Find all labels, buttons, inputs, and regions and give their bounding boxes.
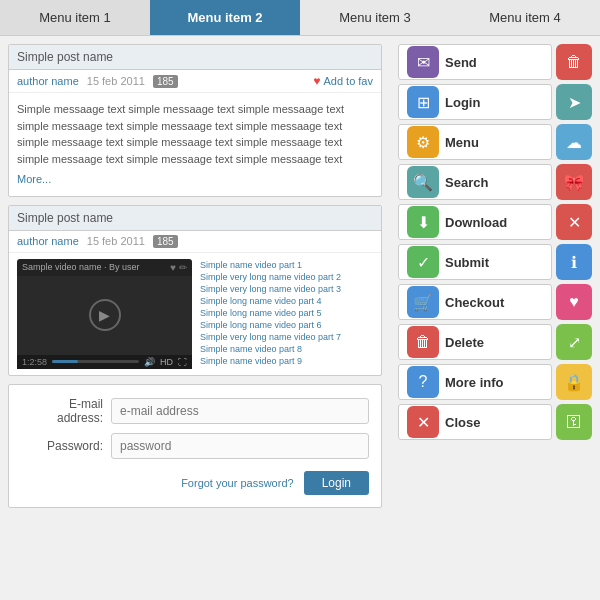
post-1-more-link[interactable]: More... xyxy=(17,171,373,188)
video-player: Sample video name · By user ♥ ✏ ▶ 1:2:58… xyxy=(17,259,192,369)
email-input[interactable] xyxy=(111,398,369,424)
more_info-icon: ? xyxy=(407,366,439,398)
post-2-author[interactable]: author name xyxy=(17,235,79,247)
nav-item-4[interactable]: Menu item 4 xyxy=(450,0,600,35)
delete-label: Delete xyxy=(445,335,484,350)
nav-item-3[interactable]: Menu item 3 xyxy=(300,0,450,35)
delete-secondary-button[interactable]: ⤢ xyxy=(556,324,592,360)
right-panel: ✉Send🗑⊞Login➤⚙Menu☁🔍Search🎀⬇Download✕✓Su… xyxy=(390,36,600,594)
action-row-close: ✕Close⚿ xyxy=(398,404,592,440)
search-main-button[interactable]: 🔍Search xyxy=(398,164,552,200)
post-card-1: Simple post name author name 15 feb 2011… xyxy=(8,44,382,197)
post-1-author[interactable]: author name xyxy=(17,75,79,87)
top-navigation: Menu item 1 Menu item 2 Menu item 3 Menu… xyxy=(0,0,600,36)
play-button[interactable]: ▶ xyxy=(89,299,121,331)
submit-main-button[interactable]: ✓Submit xyxy=(398,244,552,280)
send-main-button[interactable]: ✉Send xyxy=(398,44,552,80)
form-footer: Forgot your password? Login xyxy=(21,467,369,495)
checkout-label: Checkout xyxy=(445,295,504,310)
video-list-item[interactable]: Simple long name video part 10 xyxy=(200,367,373,369)
post-1-body: Simple messaage text simple messaage tex… xyxy=(9,93,381,196)
submit-label: Submit xyxy=(445,255,489,270)
nav-item-1[interactable]: Menu item 1 xyxy=(0,0,150,35)
heart-icon: ♥ xyxy=(313,74,320,88)
download-icon: ⬇ xyxy=(407,206,439,238)
video-screen[interactable]: ▶ xyxy=(17,276,192,355)
action-row-menu: ⚙Menu☁ xyxy=(398,124,592,160)
video-title: Sample video name · By user xyxy=(22,262,140,272)
video-list-item[interactable]: Simple very long name video part 2 xyxy=(200,271,373,283)
password-input[interactable] xyxy=(111,433,369,459)
login-label: Login xyxy=(445,95,480,110)
post-card-2: Simple post name author name 15 feb 2011… xyxy=(8,205,382,376)
forgot-password-link[interactable]: Forgot your password? xyxy=(181,477,294,489)
video-title-bar: Sample video name · By user ♥ ✏ xyxy=(17,259,192,276)
search-secondary-button[interactable]: 🎀 xyxy=(556,164,592,200)
download-main-button[interactable]: ⬇Download xyxy=(398,204,552,240)
send-label: Send xyxy=(445,55,477,70)
checkout-main-button[interactable]: 🛒Checkout xyxy=(398,284,552,320)
nav-item-2[interactable]: Menu item 2 xyxy=(150,0,300,35)
action-row-delete: 🗑Delete⤢ xyxy=(398,324,592,360)
post-2-num: 185 xyxy=(153,235,178,248)
action-row-more_info: ?More info🔒 xyxy=(398,364,592,400)
more_info-secondary-button[interactable]: 🔒 xyxy=(556,364,592,400)
search-label: Search xyxy=(445,175,488,190)
video-list-item[interactable]: Simple very long name video part 7 xyxy=(200,331,373,343)
video-time: 1:2:58 xyxy=(22,357,47,367)
login-icon: ⊞ xyxy=(407,86,439,118)
close-main-button[interactable]: ✕Close xyxy=(398,404,552,440)
menu-icon: ⚙ xyxy=(407,126,439,158)
video-controls: 1:2:58 🔊 HD ⛶ xyxy=(17,355,192,369)
download-label: Download xyxy=(445,215,507,230)
action-row-send: ✉Send🗑 xyxy=(398,44,592,80)
progress-bar[interactable] xyxy=(52,360,139,363)
email-label: E-mail address: xyxy=(21,397,111,425)
video-list-item[interactable]: Simple name video part 8 xyxy=(200,343,373,355)
password-row: Password: xyxy=(21,433,369,459)
video-icons-bar: ♥ ✏ xyxy=(170,262,187,273)
progress-fill xyxy=(52,360,78,363)
send-icon: ✉ xyxy=(407,46,439,78)
close-icon: ✕ xyxy=(407,406,439,438)
action-row-search: 🔍Search🎀 xyxy=(398,164,592,200)
login-button[interactable]: Login xyxy=(304,471,369,495)
video-list-item[interactable]: Simple long name video part 4 xyxy=(200,295,373,307)
left-panel: Simple post name author name 15 feb 2011… xyxy=(0,36,390,594)
checkout-icon: 🛒 xyxy=(407,286,439,318)
post-1-date: 15 feb 2011 xyxy=(87,75,145,87)
action-row-login: ⊞Login➤ xyxy=(398,84,592,120)
video-list-item[interactable]: Simple name video part 9 xyxy=(200,355,373,367)
more_info-label: More info xyxy=(445,375,504,390)
post-2-meta: author name 15 feb 2011 185 xyxy=(9,231,381,253)
send-secondary-button[interactable]: 🗑 xyxy=(556,44,592,80)
menu-secondary-button[interactable]: ☁ xyxy=(556,124,592,160)
more_info-main-button[interactable]: ?More info xyxy=(398,364,552,400)
login-main-button[interactable]: ⊞Login xyxy=(398,84,552,120)
volume-icon[interactable]: 🔊 xyxy=(144,357,155,367)
post-1-text: Simple messaage text simple messaage tex… xyxy=(17,103,344,165)
video-list-item[interactable]: Simple name video part 1 xyxy=(200,259,373,271)
post-2-date: 15 feb 2011 xyxy=(87,235,145,247)
close-secondary-button[interactable]: ⚿ xyxy=(556,404,592,440)
post-1-meta: author name 15 feb 2011 185 ♥ Add to fav xyxy=(9,70,381,93)
login-form-card: E-mail address: Password: Forgot your pa… xyxy=(8,384,382,508)
video-list-item[interactable]: Simple long name video part 5 xyxy=(200,307,373,319)
add-to-fav-button[interactable]: ♥ Add to fav xyxy=(313,74,373,88)
email-row: E-mail address: xyxy=(21,397,369,425)
login-secondary-button[interactable]: ➤ xyxy=(556,84,592,120)
video-playlist: Simple name video part 1Simple very long… xyxy=(200,259,373,369)
main-container: Simple post name author name 15 feb 2011… xyxy=(0,36,600,594)
menu-main-button[interactable]: ⚙Menu xyxy=(398,124,552,160)
delete-main-button[interactable]: 🗑Delete xyxy=(398,324,552,360)
submit-secondary-button[interactable]: ℹ xyxy=(556,244,592,280)
fullscreen-icon[interactable]: ⛶ xyxy=(178,357,187,367)
video-list-item[interactable]: Simple long name video part 6 xyxy=(200,319,373,331)
download-secondary-button[interactable]: ✕ xyxy=(556,204,592,240)
hd-label: HD xyxy=(160,357,173,367)
checkout-secondary-button[interactable]: ♥ xyxy=(556,284,592,320)
video-wrapper: Sample video name · By user ♥ ✏ ▶ 1:2:58… xyxy=(9,253,381,375)
action-row-submit: ✓Submitℹ xyxy=(398,244,592,280)
action-row-download: ⬇Download✕ xyxy=(398,204,592,240)
video-list-item[interactable]: Simple very long name video part 3 xyxy=(200,283,373,295)
